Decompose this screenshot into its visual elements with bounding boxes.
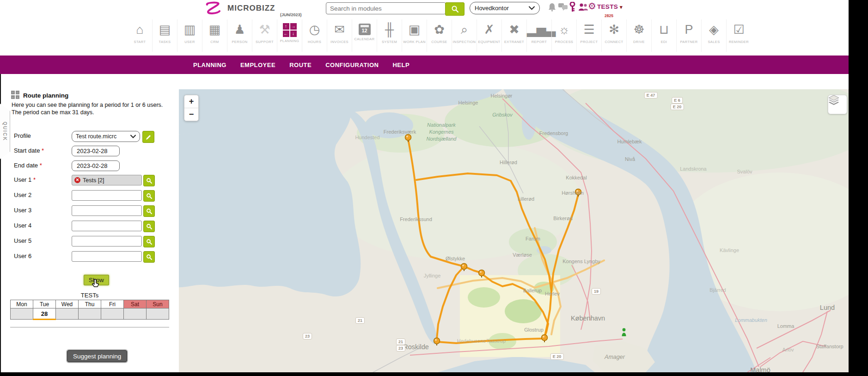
- user-2-field[interactable]: [72, 190, 142, 201]
- schedule-title: TESTs: [69, 292, 110, 299]
- day-cell-sat[interactable]: [124, 308, 147, 320]
- end-date-input[interactable]: [72, 160, 120, 171]
- module-planning[interactable]: ↑→←↓PLANNING: [277, 19, 302, 52]
- user-1-label: User 1 *: [14, 176, 36, 183]
- module-project[interactable]: ☰PROJECT: [576, 19, 601, 52]
- module-label: PERSON: [227, 40, 252, 44]
- map-canvas[interactable]: HelsingørHelsingeGribskovNationalparkKon…: [179, 89, 849, 372]
- module-label: WORK PLAN: [402, 40, 427, 44]
- menu-employee[interactable]: EMPLOYEE: [240, 62, 275, 68]
- module-user[interactable]: ▥USER: [177, 19, 202, 52]
- day-cell-wed[interactable]: [56, 308, 79, 320]
- chat-icon[interactable]: [558, 3, 568, 11]
- map-pin[interactable]: [434, 338, 440, 346]
- module-equipment[interactable]: ✗EQUIPMENT: [477, 19, 501, 52]
- search-icon: [146, 239, 152, 245]
- chevron-down-icon: [529, 6, 535, 10]
- user-4-field[interactable]: [72, 221, 142, 231]
- chevron-down-icon: [130, 135, 136, 138]
- day-cell-tue[interactable]: 28: [33, 308, 56, 320]
- process-icon: ☼: [552, 19, 576, 39]
- user-3-label: User 3: [14, 207, 31, 214]
- version-label: (JUN/2023): [280, 12, 302, 17]
- module-label: SYSTEM: [377, 40, 402, 44]
- user-6-search-button[interactable]: [143, 251, 155, 263]
- quick-tab[interactable]: QUICK: [0, 104, 10, 159]
- module-label: PROJECT: [577, 40, 601, 44]
- edit-profile-button[interactable]: [142, 131, 154, 143]
- module-label: INVOICES: [327, 40, 352, 44]
- module-start[interactable]: ⌂START: [128, 19, 152, 52]
- module-calendar[interactable]: 12CALENDAR: [352, 19, 377, 52]
- module-edi[interactable]: ⊔EDI: [651, 19, 676, 52]
- search-button[interactable]: [445, 2, 465, 16]
- users-icon[interactable]: [578, 3, 588, 11]
- user-1-field[interactable]: ✕Tests [2]: [72, 175, 142, 185]
- day-header-tue: Tue: [33, 300, 56, 308]
- suggest-planning-button[interactable]: Suggest planning: [67, 350, 127, 362]
- module-crm[interactable]: ▦CRM: [202, 19, 227, 52]
- user-1-search-button[interactable]: [143, 175, 155, 186]
- caret-down-icon: ▾: [620, 4, 623, 10]
- map-layers-button[interactable]: [828, 95, 847, 114]
- module-extranet[interactable]: ✖EXTRANET: [501, 19, 526, 52]
- user-3-field[interactable]: [72, 205, 142, 216]
- module-work-plan[interactable]: ▣WORK PLAN: [402, 19, 427, 52]
- remove-user-icon[interactable]: ✕: [74, 177, 80, 183]
- menu-help[interactable]: HELP: [392, 62, 410, 68]
- user-6-field[interactable]: [72, 251, 142, 262]
- module-sales[interactable]: ◈SALES: [701, 19, 726, 52]
- module-invoices[interactable]: ✉INVOICES: [327, 19, 352, 52]
- equipment-icon: ✗: [477, 19, 501, 39]
- module-system[interactable]: ╫SYSTEM: [377, 19, 402, 52]
- end-date-label: End date *: [14, 162, 42, 169]
- day-cell-fri[interactable]: [101, 308, 124, 320]
- module-process[interactable]: ☼PROCESS: [551, 19, 576, 52]
- day-header-fri: Fri: [101, 300, 124, 308]
- report-icon: ▂▅▃: [527, 19, 551, 39]
- zoom-in-button[interactable]: +: [184, 95, 198, 108]
- menu-planning[interactable]: PLANNING: [193, 62, 226, 68]
- user-4-search-button[interactable]: [143, 221, 155, 232]
- schedule-table: MonTueWedThuFriSatSun 28: [10, 300, 169, 320]
- person-marker[interactable]: [622, 328, 626, 336]
- search-input[interactable]: [326, 2, 446, 14]
- search-icon: [146, 178, 152, 184]
- module-course[interactable]: ✿COURSE: [427, 19, 452, 52]
- module-partner[interactable]: PPARTNER: [676, 19, 701, 52]
- gear-icon[interactable]: ⚙: [588, 0, 596, 12]
- schedule-header-row: MonTueWedThuFriSatSun: [11, 300, 169, 308]
- day-cell-sun[interactable]: [147, 308, 169, 320]
- user-icon: ▥: [177, 19, 202, 39]
- module-inspection[interactable]: ⌕INSPECTION: [452, 19, 477, 52]
- user-menu[interactable]: TESTS ▾: [597, 3, 623, 10]
- start-date-input[interactable]: [72, 146, 120, 156]
- day-cell-mon[interactable]: [11, 308, 33, 320]
- module-connect[interactable]: ✻CONNECT: [601, 19, 626, 52]
- user-2-search-button[interactable]: [143, 190, 155, 202]
- module-tasks[interactable]: ▤TASKS: [152, 19, 177, 52]
- module-support[interactable]: ⚒SUPPORT: [252, 19, 277, 52]
- bell-icon[interactable]: [548, 3, 556, 12]
- module-reminder[interactable]: ☑REMINDER: [726, 19, 751, 52]
- show-button[interactable]: Show: [84, 275, 109, 285]
- menu-configuration[interactable]: CONFIGURATION: [325, 62, 379, 68]
- menu-route[interactable]: ROUTE: [289, 62, 312, 68]
- user-5-field[interactable]: [72, 236, 142, 247]
- user-5-search-button[interactable]: [143, 236, 155, 247]
- project-icon: ☰: [577, 19, 601, 39]
- profile-select[interactable]: Test route.micrc: [72, 131, 140, 142]
- module-report[interactable]: ▂▅▃REPORT: [526, 19, 551, 52]
- day-cell-thu[interactable]: [79, 308, 101, 320]
- user-1-value: Tests [2]: [83, 177, 104, 184]
- module-hours[interactable]: ◷HOURS: [302, 19, 327, 52]
- module-label: PLANNING: [277, 39, 302, 43]
- office-select[interactable]: Hovedkontor: [470, 2, 540, 14]
- user-3-search-button[interactable]: [143, 205, 155, 217]
- key-icon[interactable]: [569, 2, 576, 12]
- module-drive[interactable]: ☸DRIVE: [626, 19, 651, 52]
- module-person[interactable]: ♟PERSON: [227, 19, 252, 52]
- layers-icon: [828, 95, 839, 105]
- zoom-out-button[interactable]: −: [184, 108, 198, 121]
- planning-icon: ↑→←↓: [283, 23, 297, 37]
